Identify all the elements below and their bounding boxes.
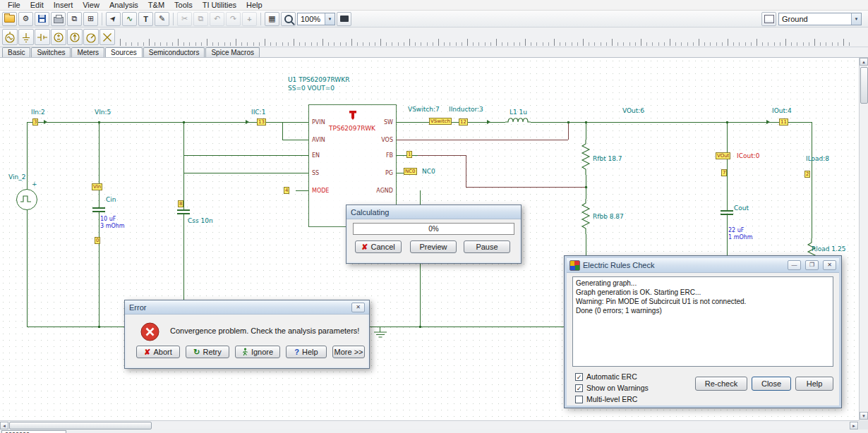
- chevron-down-icon[interactable]: ▼: [851, 13, 861, 25]
- checkbox-icon[interactable]: ✓: [575, 384, 583, 392]
- zoom-combo[interactable]: 100% ▼: [297, 13, 335, 25]
- menu-insert[interactable]: Insert: [49, 0, 78, 10]
- jumper-button[interactable]: [100, 29, 115, 45]
- crosshair-button[interactable]: +: [242, 12, 257, 26]
- battery-button[interactable]: [35, 29, 50, 45]
- wire-segment[interactable]: [812, 122, 812, 238]
- scroll-right-button[interactable]: ►: [850, 422, 858, 429]
- testpoint-tag[interactable]: 2: [804, 171, 810, 178]
- testpoint-tag[interactable]: 4: [284, 187, 289, 194]
- voltage-source-button[interactable]: [51, 29, 66, 45]
- vertical-scrollbar[interactable]: ▲ ▼: [859, 58, 868, 420]
- testpoint-tag-vout[interactable]: VOut: [716, 152, 730, 159]
- grid-toggle-button[interactable]: ▦: [265, 12, 279, 26]
- menu-edit[interactable]: Edit: [25, 0, 49, 10]
- current-source-button[interactable]: [67, 29, 83, 45]
- capacitor-cin[interactable]: [92, 211, 105, 212]
- component-label-l1[interactable]: L1 1u: [510, 109, 527, 116]
- value-label-cin2[interactable]: 3 mOhm: [100, 223, 125, 229]
- vertical-scroll-thumb[interactable]: [860, 67, 868, 104]
- capacitor-css[interactable]: [177, 209, 190, 211]
- cut-button[interactable]: ✂: [177, 12, 192, 26]
- ignore-button[interactable]: Ignore: [235, 346, 280, 358]
- wire-segment[interactable]: [99, 122, 100, 207]
- show-on-warnings-checkbox[interactable]: ✓ Show on Warnings: [575, 384, 649, 392]
- component-label-rfbt[interactable]: Rfbt 18.7: [593, 155, 622, 162]
- testpoint-tag-vswitch[interactable]: VSwitch: [429, 118, 452, 125]
- help-button[interactable]: ?Help: [286, 346, 327, 358]
- wire-segment[interactable]: [183, 122, 184, 209]
- capacitor-cout[interactable]: [721, 214, 733, 215]
- capacitor-cin[interactable]: [92, 207, 105, 209]
- net-label-vout6[interactable]: VOut:6: [622, 107, 644, 114]
- horizontal-scroll-thumb[interactable]: [9, 422, 152, 429]
- menu-ti-utilities[interactable]: TI Utilities: [198, 0, 241, 10]
- multi-level-erc-checkbox[interactable]: Multi-level ERC: [575, 395, 637, 403]
- text-tool-button[interactable]: T: [138, 12, 153, 26]
- value-label-cout2[interactable]: 1 mOhm: [728, 234, 753, 240]
- erc-titlebar[interactable]: Electric Rules Check — ❐ ✕: [567, 258, 839, 273]
- redo-button[interactable]: ↷: [226, 12, 241, 26]
- menu-help[interactable]: Help: [241, 0, 267, 10]
- tab-sources[interactable]: Sources: [105, 47, 143, 57]
- component-label-rload[interactable]: Rload 1.25: [812, 245, 845, 252]
- testpoint-tag-nc0[interactable]: NC0: [404, 168, 417, 175]
- wire-segment[interactable]: [282, 122, 283, 140]
- wire-segment[interactable]: [27, 122, 308, 123]
- testpoint-tag[interactable]: 0: [95, 237, 100, 244]
- retry-button[interactable]: ↻Retry: [186, 346, 229, 358]
- checkbox-icon[interactable]: [575, 396, 583, 403]
- net-label-iout[interactable]: IOut:4: [772, 107, 792, 114]
- wire-segment[interactable]: [27, 122, 28, 189]
- ic-subtitle-label[interactable]: SS=0 VOUT=0: [288, 85, 334, 92]
- settings-button[interactable]: ⚙: [18, 12, 33, 26]
- print-button[interactable]: [51, 12, 66, 26]
- wire-segment[interactable]: [395, 140, 568, 140]
- preview-button[interactable]: Preview: [410, 240, 457, 253]
- scroll-up-button[interactable]: ▲: [860, 58, 868, 66]
- menu-tm[interactable]: T&M: [143, 0, 169, 10]
- horizontal-scrollbar[interactable]: ◄ ►: [0, 420, 859, 429]
- recheck-button[interactable]: Re-check: [695, 377, 747, 391]
- net-label-icout[interactable]: ICout:0: [737, 152, 759, 159]
- tab-semiconductors[interactable]: Semiconductors: [143, 47, 205, 57]
- abort-button[interactable]: ✘Abort: [136, 346, 180, 358]
- pencil-tool-button[interactable]: ✎: [155, 12, 169, 26]
- resistor-rfbt[interactable]: [581, 140, 591, 175]
- testpoint-tag[interactable]: 1: [406, 151, 412, 158]
- copy-button[interactable]: ⧉: [193, 12, 208, 26]
- component-label-css[interactable]: Css 10n: [188, 217, 213, 224]
- chevron-down-icon[interactable]: ▼: [325, 13, 334, 25]
- edit-symbol-button[interactable]: [337, 12, 351, 26]
- net-label-iic[interactable]: IIC:1: [251, 109, 265, 116]
- menu-file[interactable]: File: [3, 0, 25, 10]
- tab-basic[interactable]: Basic: [2, 47, 30, 57]
- close-button[interactable]: Close: [752, 377, 791, 391]
- component-label-rfbb[interactable]: Rfbb 8.87: [593, 213, 624, 220]
- tab-meters[interactable]: Meters: [71, 47, 104, 57]
- automatic-erc-checkbox[interactable]: ✓ Automatic ERC: [575, 372, 637, 381]
- undo-button[interactable]: ↶: [210, 12, 224, 26]
- minimize-button[interactable]: —: [788, 260, 801, 270]
- erc-log[interactable]: Generating graph... Graph generation is …: [572, 276, 833, 367]
- voltage-generator-button[interactable]: [2, 29, 18, 45]
- testpoint-tag[interactable]: 3: [32, 118, 38, 126]
- cancel-button[interactable]: ✘Cancel: [355, 240, 402, 253]
- testpoint-tag[interactable]: 7: [721, 169, 727, 176]
- calculating-titlebar[interactable]: Calculating: [346, 205, 521, 219]
- menu-tools[interactable]: Tools: [169, 0, 198, 10]
- wire-segment[interactable]: [568, 122, 569, 140]
- more-button[interactable]: More >>: [332, 346, 365, 358]
- wire-tool-button[interactable]: ∿: [122, 12, 137, 26]
- component-list-button[interactable]: [761, 12, 776, 26]
- capacitor-css[interactable]: [177, 213, 190, 214]
- tab-spice-macros[interactable]: Spice Macros: [205, 47, 260, 57]
- testpoint-tag[interactable]: 11: [779, 118, 788, 126]
- menu-analysis[interactable]: Analysis: [104, 0, 143, 10]
- wire-segment[interactable]: [99, 212, 100, 327]
- ground-symbol[interactable]: [373, 331, 387, 339]
- zoom-button[interactable]: [281, 12, 296, 26]
- wire-segment[interactable]: [586, 122, 586, 140]
- menu-view[interactable]: View: [78, 0, 104, 10]
- save-button[interactable]: [35, 12, 49, 26]
